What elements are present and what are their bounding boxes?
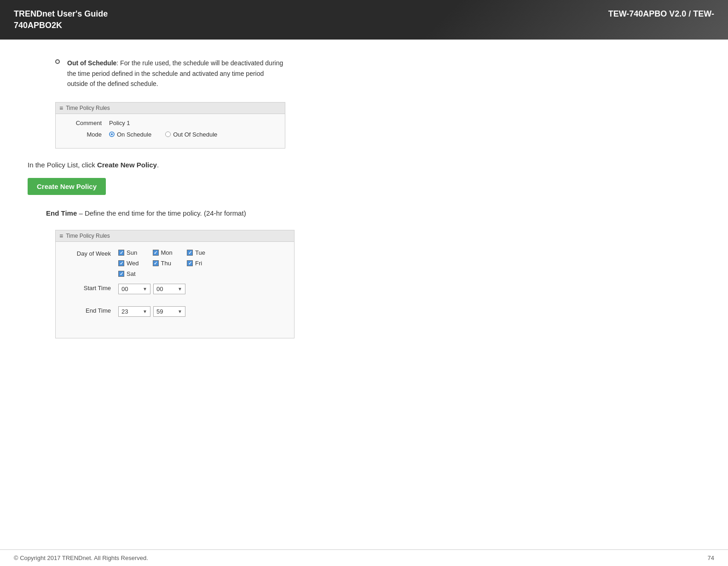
day-sun: Sun: [118, 249, 139, 256]
bullet-section: Out of Schedule: For the rule used, the …: [28, 58, 285, 89]
header-title-line2: 740APBO2K: [14, 20, 108, 31]
thu-label: Thu: [161, 260, 171, 267]
start-time-label: Start Time: [65, 284, 111, 292]
day-of-week-label: Day of Week: [65, 249, 111, 257]
day-sat: Sat: [118, 270, 139, 277]
start-min-arrow-icon: ▼: [178, 286, 182, 292]
day-wed: Wed: [118, 260, 139, 267]
sun-label: Sun: [127, 249, 137, 256]
end-hour-arrow-icon: ▼: [143, 309, 147, 314]
first-screenshot-box: Time Policy Rules Comment Policy 1 Mode …: [55, 102, 285, 149]
header-model: TEW-740APBO V2.0 / TEW-: [608, 8, 714, 20]
comment-label: Comment: [65, 120, 102, 126]
wed-label: Wed: [127, 260, 139, 267]
day-of-week-row: Day of Week Sun Mon Tue: [65, 249, 285, 277]
instruction-after: .: [157, 161, 159, 169]
out-schedule-label: Out Of Schedule: [173, 131, 217, 138]
create-new-policy-button[interactable]: Create New Policy: [28, 178, 106, 195]
day-mon: Mon: [153, 249, 173, 256]
second-screenshot-box: Time Policy Rules Day of Week Sun Mon: [55, 230, 295, 338]
start-hour-arrow-icon: ▼: [143, 286, 147, 292]
page-footer: © Copyright 2017 TRENDnet. All Rights Re…: [0, 549, 728, 566]
page-number: 74: [708, 555, 714, 561]
out-of-schedule-term: Out of Schedule: [67, 59, 116, 67]
start-hour-select[interactable]: 00 ▼: [118, 284, 150, 294]
instruction-before: In the Policy List, click: [28, 161, 97, 169]
fri-checkbox: [187, 260, 193, 266]
end-time-selects: 23 ▼ 59 ▼: [118, 306, 188, 317]
day-tue: Tue: [187, 249, 208, 256]
out-schedule-radio: Out Of Schedule: [165, 131, 217, 138]
header-right: TEW-740APBO V2.0 / TEW-: [608, 8, 714, 20]
mode-row: Mode On Schedule Out Of Schedule: [65, 131, 276, 138]
mode-label: Mode: [65, 131, 102, 138]
start-min-value: 00: [156, 286, 163, 292]
start-min-select[interactable]: 00 ▼: [153, 284, 185, 294]
mon-checkbox: [153, 250, 159, 256]
mode-radio-group: On Schedule Out Of Schedule: [109, 131, 217, 138]
day-fri: Fri: [187, 260, 208, 267]
on-schedule-radio-dot: [109, 131, 115, 137]
end-min-value: 59: [156, 308, 163, 315]
on-schedule-radio: On Schedule: [109, 131, 151, 138]
header-title-line1: TRENDnet User's Guide: [14, 8, 108, 20]
page-header: TRENDnet User's Guide 740APBO2K TEW-740A…: [0, 0, 728, 40]
bullet-text: Out of Schedule: For the rule used, the …: [67, 58, 285, 89]
mon-label: Mon: [161, 249, 173, 256]
thu-checkbox: [153, 260, 159, 266]
end-min-arrow-icon: ▼: [178, 309, 182, 314]
bullet-icon: [55, 59, 60, 64]
second-screenshot-titlebar: Time Policy Rules: [56, 230, 294, 242]
first-screenshot-title: Time Policy Rules: [66, 105, 110, 111]
sat-label: Sat: [127, 270, 136, 277]
on-schedule-label: On Schedule: [117, 131, 151, 138]
first-screenshot-inner: Comment Policy 1 Mode On Schedule Out Of…: [56, 114, 285, 148]
end-time-desc: – Define the end time for the time polic…: [77, 209, 246, 217]
end-time-row: End Time 23 ▼ 59 ▼: [65, 306, 285, 322]
sat-checkbox: [118, 271, 124, 277]
end-min-select[interactable]: 59 ▼: [153, 306, 185, 317]
create-new-policy-link: Create New Policy: [97, 161, 157, 169]
copyright-text: © Copyright 2017 TRENDnet. All Rights Re…: [14, 555, 148, 561]
day-thu: Thu: [153, 260, 173, 267]
start-time-row: Start Time 00 ▼ 00 ▼: [65, 284, 285, 300]
first-screenshot-titlebar: Time Policy Rules: [56, 103, 285, 114]
end-time-description: End Time – Define the end time for the t…: [46, 208, 285, 219]
second-screenshot-inner: Day of Week Sun Mon Tue: [56, 242, 294, 338]
comment-row: Comment Policy 1: [65, 120, 276, 126]
start-hour-value: 00: [121, 286, 128, 292]
out-schedule-radio-dot: [165, 131, 171, 137]
fri-label: Fri: [195, 260, 202, 267]
end-time-term: End Time: [46, 209, 77, 217]
days-grid: Sun Mon Tue Wed: [118, 249, 208, 277]
second-screenshot-title: Time Policy Rules: [66, 233, 110, 239]
wed-checkbox: [118, 260, 124, 266]
tue-label: Tue: [195, 249, 205, 256]
sun-checkbox: [118, 250, 124, 256]
end-hour-select[interactable]: 23 ▼: [118, 306, 150, 317]
header-left: TRENDnet User's Guide 740APBO2K: [14, 8, 108, 31]
tue-checkbox: [187, 250, 193, 256]
end-time-form-label: End Time: [65, 306, 111, 314]
instruction-text: In the Policy List, click Create New Pol…: [28, 160, 285, 171]
main-content: Out of Schedule: For the rule used, the …: [0, 40, 313, 384]
start-time-selects: 00 ▼ 00 ▼: [118, 284, 188, 294]
comment-value: Policy 1: [109, 120, 130, 126]
end-hour-value: 23: [121, 308, 128, 315]
